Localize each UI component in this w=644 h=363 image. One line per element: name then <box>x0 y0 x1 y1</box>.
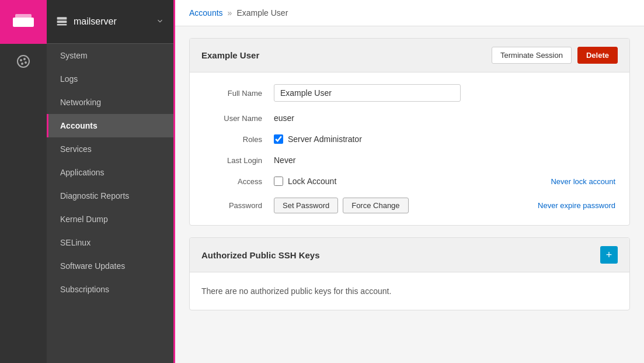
sidebar-item-selinux[interactable]: SELinux <box>47 231 173 254</box>
app-logo <box>0 0 47 44</box>
terminate-session-button[interactable]: Terminate Session <box>492 47 572 64</box>
ssh-card-title: Authorized Public SSH Keys <box>201 250 320 260</box>
last-login-row: Last Login Never <box>204 155 615 165</box>
breadcrumb: Accounts » Example User <box>175 0 644 26</box>
roles-label: Roles <box>204 135 274 144</box>
last-login-value: Never <box>274 155 295 165</box>
sidebar-item-accounts[interactable]: Accounts <box>47 114 173 137</box>
ssh-card-header: Authorized Public SSH Keys + <box>190 238 629 272</box>
server-name: mailserver <box>74 16 156 27</box>
svg-rect-1 <box>15 14 32 19</box>
svg-rect-9 <box>57 24 67 26</box>
svg-rect-0 <box>13 18 34 27</box>
sidebar: mailserver System Logs Networking Accoun… <box>47 0 175 363</box>
svg-point-3 <box>20 59 22 61</box>
palette-icon <box>16 54 30 68</box>
password-row: Password Set Password Force Change Never… <box>204 198 615 213</box>
last-login-label: Last Login <box>204 156 274 165</box>
svg-rect-7 <box>57 17 67 19</box>
role-name: Server Administrator <box>288 134 362 144</box>
icon-bar <box>0 0 47 363</box>
server-admin-checkbox[interactable] <box>274 134 283 144</box>
lock-account-checkbox[interactable] <box>274 177 283 186</box>
svg-point-5 <box>25 61 27 64</box>
user-card-header: Example User Terminate Session Delete <box>190 39 629 72</box>
chevron-down-icon[interactable] <box>156 17 164 27</box>
user-card-body: Full Name User Name euser Roles Server A… <box>190 72 629 225</box>
breadcrumb-parent-link[interactable]: Accounts <box>189 8 223 18</box>
server-icon <box>56 15 68 29</box>
username-row: User Name euser <box>204 113 615 123</box>
roles-row: Roles Server Administrator <box>204 134 615 144</box>
breadcrumb-current: Example User <box>236 8 288 18</box>
ssh-empty-message: There are no authorized public keys for … <box>190 272 629 310</box>
password-content: Set Password Force Change Never expire p… <box>274 198 615 213</box>
force-change-button[interactable]: Force Change <box>343 198 408 213</box>
lock-account-label: Lock Account <box>288 177 336 186</box>
sidebar-item-networking[interactable]: Networking <box>47 91 173 114</box>
username-value: euser <box>274 113 294 123</box>
logo-icon <box>13 12 34 33</box>
never-expire-password-link[interactable]: Never expire password <box>538 201 615 210</box>
access-row: Access Lock Account Never lock account <box>204 177 615 186</box>
sidebar-item-system[interactable]: System <box>47 44 173 67</box>
user-card-actions: Terminate Session Delete <box>492 47 618 64</box>
sidebar-item-software-updates[interactable]: Software Updates <box>47 254 173 278</box>
sidebar-item-subscriptions[interactable]: Subscriptions <box>47 278 173 301</box>
main-content: Accounts » Example User Example User Ter… <box>175 0 644 363</box>
sidebar-item-diagnostic-reports[interactable]: Diagnostic Reports <box>47 184 173 208</box>
palette-icon-button[interactable] <box>0 44 47 79</box>
svg-point-2 <box>18 56 29 67</box>
set-password-button[interactable]: Set Password <box>274 198 338 213</box>
access-label: Access <box>204 177 274 186</box>
full-name-input[interactable] <box>274 84 461 102</box>
lock-account-group: Lock Account <box>274 177 336 186</box>
sidebar-item-applications[interactable]: Applications <box>47 161 173 184</box>
user-card-title: Example User <box>201 50 259 60</box>
full-name-label: Full Name <box>204 89 274 98</box>
access-content: Lock Account Never lock account <box>274 177 615 186</box>
password-label: Password <box>204 201 274 210</box>
sidebar-header: mailserver <box>47 0 173 44</box>
user-card: Example User Terminate Session Delete Fu… <box>189 38 630 226</box>
username-label: User Name <box>204 114 274 123</box>
breadcrumb-separator: » <box>228 8 232 18</box>
sidebar-item-logs[interactable]: Logs <box>47 67 173 91</box>
svg-point-4 <box>23 58 26 60</box>
sidebar-item-kernel-dump[interactable]: Kernel Dump <box>47 208 173 231</box>
content-area: Example User Terminate Session Delete Fu… <box>175 26 644 322</box>
add-ssh-key-button[interactable]: + <box>600 246 618 264</box>
svg-point-6 <box>21 63 23 65</box>
never-lock-link[interactable]: Never lock account <box>551 177 615 186</box>
sidebar-nav: System Logs Networking Accounts Services… <box>47 44 173 363</box>
full-name-row: Full Name <box>204 84 615 102</box>
svg-rect-8 <box>57 20 67 23</box>
roles-content: Server Administrator <box>274 134 362 144</box>
ssh-keys-card: Authorized Public SSH Keys + There are n… <box>189 237 630 310</box>
password-buttons: Set Password Force Change <box>274 198 409 213</box>
sidebar-item-services[interactable]: Services <box>47 137 173 161</box>
delete-user-button[interactable]: Delete <box>577 47 618 64</box>
